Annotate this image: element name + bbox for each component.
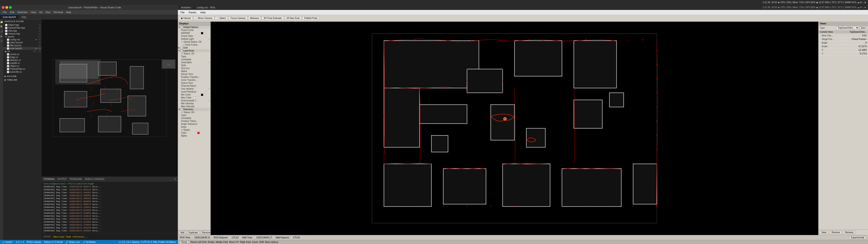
terminal-tab-1[interactable]: TERMINAL [43,178,55,180]
problems-tab[interactable]: PROBLEMS [70,178,82,180]
folder-item-src[interactable]: ▶ src PRO 29 [3,50,41,53]
file-item-particlefilterhpp[interactable]: ⬜ ParticleFilter.hpp 20 [3,26,41,29]
max-btn[interactable] [9,6,12,9]
file-item-lidarcc[interactable]: ⬜ lidarSim.cc [3,59,41,62]
file-item-configrviz[interactable]: ⬜ config.rviz M 25 [3,38,41,41]
odom-alpha[interactable]: Alpha 0.5 [178,134,211,137]
duplicate-display-btn[interactable]: Duplicate [187,231,199,234]
output-tab[interactable]: OUTPUT [58,178,67,180]
odom-keep[interactable]: Keep 0 [178,126,211,129]
min-btn[interactable] [5,6,8,9]
menu-file[interactable]: File [1,11,8,13]
measure-btn[interactable]: Measure [248,16,261,20]
publish-point-btn[interactable]: Publish Point [302,16,319,20]
file-item-scanutilscc[interactable]: ⬜ scanUtils.cc [3,70,41,73]
toolbar-icon-minus[interactable]: − [858,16,862,20]
terminal-close[interactable]: ✕ [174,178,176,180]
share-live[interactable]: 🔗 Share Live [66,241,80,243]
angle-value[interactable]: 0 [865,41,867,44]
tab-diag[interactable]: diag [19,14,29,19]
prop-background-color[interactable]: #000000 0; 0, 0 [178,32,211,35]
menu-file-rviz[interactable]: File [179,11,186,14]
git-branch[interactable]: ⎇ master* [2,241,13,243]
menu-help[interactable]: Help [65,11,72,13]
grid-row[interactable]: ▶ ✓ Grid [178,46,211,49]
odom-color[interactable]: Color 255; 25; 0 [178,131,211,134]
laser-alpha[interactable]: Alpha 1 [178,70,211,73]
laser-position-transform[interactable]: Position Transfor... intensity [178,76,211,78]
global-options-row[interactable]: ▼ ✓ Global Options [178,26,211,29]
search-icon[interactable]: 🔍 [0,26,3,28]
file-item-constscc[interactable]: ⬜ consts.cc [3,53,41,56]
laser-topic[interactable]: Topic /scan [178,55,211,58]
y-value[interactable]: 9.1714 [860,53,867,55]
laser-min-intensity[interactable]: Min Intensity 0 [178,102,211,105]
rename-view-btn[interactable]: Rename [843,231,856,234]
file-item-particlefiltercc[interactable]: ⬜ ParticleFilter.cc [3,68,41,70]
activities-label[interactable]: Activities [180,6,192,9]
terminal-content[interactable]: sentinel@sentinel:~/ParticleFilter/bag$ … [41,181,178,233]
file-item-editorlaunch[interactable]: ⬜ editor.launch 26 [3,41,41,44]
view-type-select[interactable]: TopDownOrtho... [836,26,859,30]
menu-panels-rviz[interactable]: Panels [187,11,198,14]
explorer-icon[interactable]: 📁 [0,21,3,23]
laserscan-row[interactable]: ▼ ✓ LaserScan [178,49,211,52]
laser-size[interactable]: Size (m) 0.01 [178,67,211,70]
file-item-volumehpp[interactable]: ⬜ Volume.hpp 22 [3,32,41,35]
git-status[interactable]: ⎇ Git Blame [83,241,96,243]
laser-min-color[interactable]: Min Color 0; 0, 0 [178,93,211,96]
debug-icon[interactable]: ▶ [1,35,2,37]
add-display-btn[interactable]: Add [179,231,186,234]
move-camera-btn[interactable]: Move Camera [193,16,214,20]
file-item-objectcc[interactable]: ⬜ Object.cc [3,65,41,68]
menu-help-rviz[interactable]: Help [198,11,207,14]
odom-topic[interactable]: Topic /imu_odom [178,114,211,117]
prop-frame-rate[interactable]: Frame Rate 30 [178,35,211,37]
menu-terminal[interactable]: Terminal [52,11,64,13]
laser-max-color[interactable]: Max Color 255; 255; 255 [178,96,211,99]
remove-display-btn[interactable]: Remove [200,231,211,234]
laser-style[interactable]: Style Flat Squares [178,64,211,67]
ros-melodic[interactable]: ROS1:melodic [27,241,41,243]
odom-shape-row[interactable]: ▼ Shape Arrow [178,129,211,131]
menu-run[interactable]: Run [44,11,52,13]
experimental-btn[interactable]: Experimental [849,236,866,239]
target-frame-value[interactable]: <Fixed Frame> [851,38,867,40]
laser-max-intensity[interactable]: Max Intensity 4096 [178,105,211,108]
odom-pos-tolerance[interactable]: Position Tolera... 0.1 [178,119,211,123]
remove-view-btn[interactable]: Remove [830,231,842,234]
laser-decay[interactable]: Decay Time 120 [178,73,211,76]
laser-queue-size[interactable]: Queue Size 10 [178,81,211,84]
error-count[interactable]: ✕ 0 ⚠ 0 [16,241,24,243]
file-item-mapbitcc[interactable]: ⬜ mapBit.cc [3,62,41,65]
debug-console-tab[interactable]: DEBUG CONSOLE [85,178,104,180]
interact-btn[interactable]: Interact [179,16,193,20]
2d-nav-btn[interactable]: 2D Nav Goal [285,16,302,20]
file-item-scanlaunch[interactable]: ⬜ scan.launch M 28 [3,47,41,50]
rviz-viewport[interactable] [211,22,818,235]
x-value[interactable]: 12.1062 [859,49,867,51]
menu-edit[interactable]: Edit [8,11,16,13]
file-item-utilshpp[interactable]: ⬜ Utils.hpp 21 [3,29,41,32]
toolbar-icon-plus[interactable]: + [863,16,867,20]
laser-color-transform[interactable]: Color Transfor... intensity [178,78,211,81]
reset-btn[interactable]: Reset [180,241,189,244]
odom-angle-tolerance[interactable]: Angle Tolerance 0.1 [178,123,211,126]
near-clip-value[interactable]: 0.01 [862,34,867,37]
save-view-btn[interactable]: Save [819,231,829,234]
2d-pose-btn[interactable]: 2D Pose Estimate [261,16,284,20]
scale-value[interactable]: 47.2173 [859,45,867,48]
laser-channel-name[interactable]: Channel Name intensity [178,84,211,88]
select-btn[interactable]: Select [215,16,228,20]
menu-selection[interactable]: Selection [16,11,29,13]
zero-btn[interactable]: Zero [860,26,867,29]
file-item-filterlaunch[interactable]: ⬜ filter.launch 27 [3,44,41,47]
file-item-objecthpp[interactable]: ⬜ Object.hpp 19 [3,24,41,26]
menu-view[interactable]: View [29,11,37,13]
extensions-icon[interactable]: ⬡ [1,40,3,42]
focus-camera-btn[interactable]: Focus Camera [228,16,248,20]
file-item-edgecc[interactable]: ⬜ Edge.cc [3,56,41,59]
git-icon[interactable]: ⎇ [0,30,3,33]
menu-go[interactable]: Go [38,11,44,13]
tab-scan-launch[interactable]: scan.launch [0,14,19,19]
